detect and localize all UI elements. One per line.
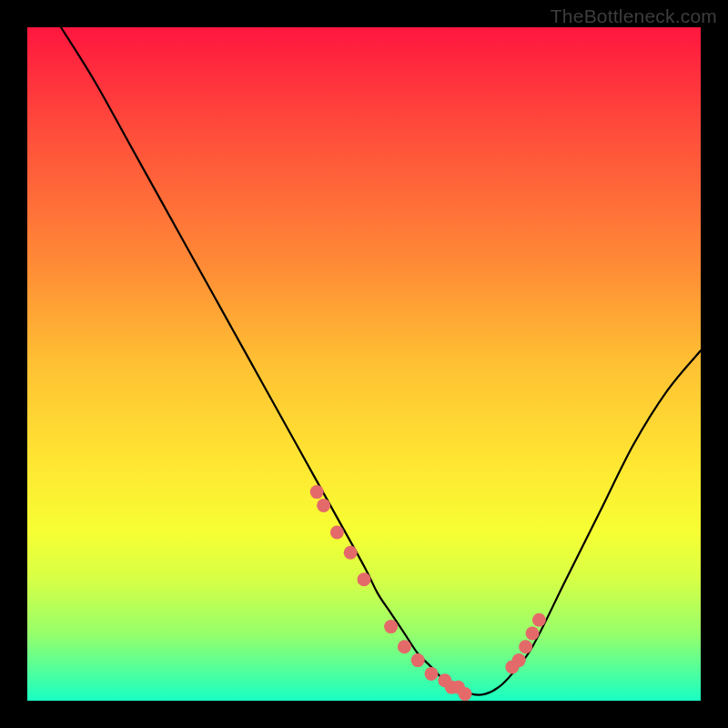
marker-dot [519,640,532,653]
marker-dot [330,526,344,540]
marker-dot [310,485,324,499]
marker-dot [425,667,439,681]
marker-dot [317,499,330,512]
watermark-text: TheBottleneck.com [551,5,717,27]
marker-dot [344,546,358,560]
marker-dot [358,572,371,586]
marker-dot [512,653,526,667]
marker-dot [384,620,398,633]
bottleneck-curve [61,27,701,695]
marker-dot [411,653,425,667]
marker-dot [459,687,472,701]
chart-frame: TheBottleneck.com [0,0,728,728]
highlighted-points [310,485,546,701]
marker-dot [532,613,546,627]
plot-area [27,27,701,701]
marker-dot [526,627,540,641]
marker-dot [398,640,411,653]
chart-svg [27,27,701,701]
